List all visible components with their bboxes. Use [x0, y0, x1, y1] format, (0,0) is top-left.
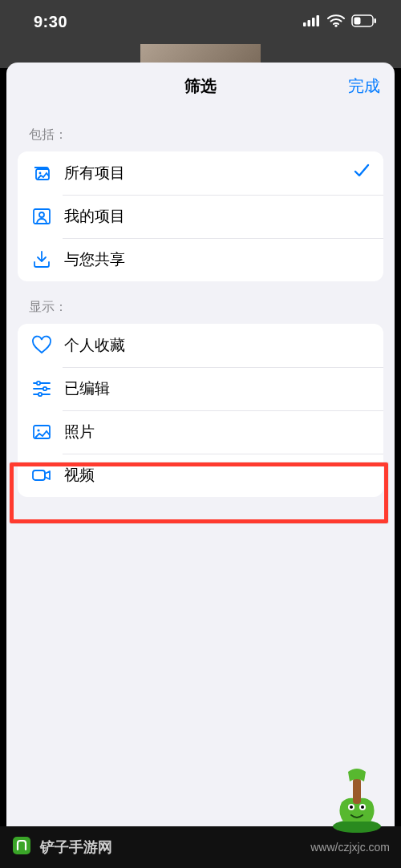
mascot-shovel-icon — [321, 764, 393, 836]
show-group: 个人收藏 已编辑 照片 视频 — [18, 324, 383, 497]
row-label: 视频 — [64, 465, 371, 486]
svg-rect-1 — [308, 20, 311, 26]
battery-icon — [351, 14, 377, 30]
row-label: 所有项目 — [64, 163, 353, 184]
include-group: 所有项目 我的项目 与您共享 — [18, 151, 383, 281]
filter-sheet: 筛选 完成 包括： 所有项目 我的项目 与您共享 显示： — [6, 63, 395, 868]
svg-point-24 — [350, 805, 353, 809]
row-label: 个人收藏 — [64, 335, 371, 356]
svg-rect-6 — [354, 17, 361, 24]
watermark-url: www/czjxjc.com — [310, 841, 390, 854]
svg-point-11 — [39, 212, 44, 217]
svg-rect-22 — [353, 778, 361, 804]
row-label: 我的项目 — [64, 206, 371, 227]
status-bar: 9:30 — [0, 0, 401, 44]
sheet-title: 筛选 — [184, 75, 217, 97]
status-icons — [303, 14, 377, 30]
svg-point-17 — [38, 393, 42, 396]
row-videos[interactable]: 视频 — [18, 454, 383, 497]
svg-rect-10 — [34, 209, 50, 224]
svg-rect-20 — [33, 470, 45, 480]
svg-point-15 — [43, 387, 47, 390]
done-button[interactable]: 完成 — [348, 75, 380, 97]
status-time: 9:30 — [34, 13, 67, 31]
video-icon — [30, 464, 53, 486]
row-label: 已编辑 — [64, 378, 371, 399]
download-tray-icon — [30, 248, 53, 271]
checkmark-icon — [353, 162, 371, 184]
svg-point-21 — [333, 820, 381, 833]
photo-icon — [30, 421, 53, 443]
row-label: 与您共享 — [64, 249, 371, 270]
gallery-stack-icon — [30, 162, 53, 184]
section-label-show: 显示： — [6, 281, 395, 324]
sheet-header: 筛选 完成 — [6, 63, 395, 109]
svg-rect-7 — [375, 18, 377, 23]
svg-point-26 — [361, 805, 364, 809]
svg-rect-3 — [317, 15, 320, 26]
row-my-items[interactable]: 我的项目 — [18, 195, 383, 238]
row-favorites[interactable]: 个人收藏 — [18, 324, 383, 367]
watermark-site-name: 铲子手游网 — [40, 838, 112, 857]
person-frame-icon — [30, 205, 53, 228]
row-all-items[interactable]: 所有项目 — [18, 151, 383, 195]
row-label: 照片 — [64, 422, 371, 442]
svg-point-4 — [334, 24, 337, 26]
row-shared-with-you[interactable]: 与您共享 — [18, 238, 383, 281]
svg-rect-2 — [312, 18, 315, 26]
row-edited[interactable]: 已编辑 — [18, 367, 383, 410]
cellular-icon — [303, 15, 321, 30]
svg-rect-27 — [13, 837, 30, 854]
row-photos[interactable]: 照片 — [18, 410, 383, 454]
section-label-include: 包括： — [6, 109, 395, 151]
watermark-logo-icon — [11, 835, 32, 860]
svg-rect-0 — [303, 22, 306, 26]
heart-icon — [30, 334, 53, 357]
svg-point-19 — [37, 429, 39, 431]
sliders-icon — [30, 377, 53, 400]
svg-point-13 — [37, 382, 40, 385]
svg-point-9 — [39, 172, 42, 175]
wifi-icon — [327, 14, 345, 30]
